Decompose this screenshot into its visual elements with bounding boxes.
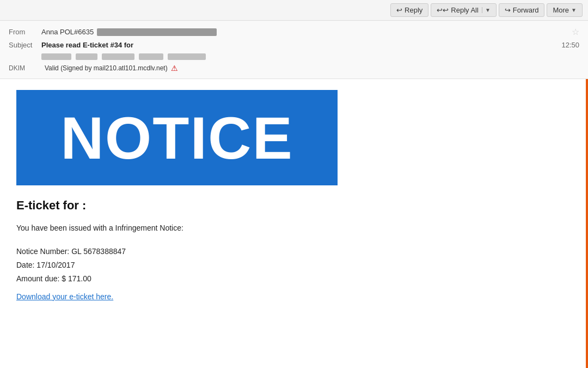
blur-block-5 — [168, 53, 206, 60]
reply-all-icon: ↩↩ — [437, 6, 449, 14]
more-label: More — [553, 6, 569, 14]
notice-banner-text: NOTICE — [60, 108, 293, 168]
reply-button[interactable]: ↩ Reply — [390, 3, 428, 17]
dkim-valid-text: Valid (Signed by mail210.atl101.mcdlv.ne… — [45, 64, 168, 72]
email-time: 12:50 — [561, 41, 579, 49]
reply-label: Reply — [405, 6, 422, 14]
email-container: ↩ Reply ↩↩ Reply All ▼ ↪ Forward More ▼ … — [0, 0, 588, 368]
dkim-label: DKIM — [9, 64, 41, 72]
date-row: Date: 17/10/2017 — [16, 258, 569, 272]
dkim-row: DKIM Valid (Signed by mail210.atl101.mcd… — [9, 62, 579, 74]
amount-row: Amount due: $ 171.00 — [16, 272, 569, 286]
notice-number-label: Notice Number: — [16, 247, 69, 256]
date-label: Date: — [16, 261, 34, 269]
warning-icon: ⚠ — [171, 64, 178, 73]
date-value: 17/10/2017 — [36, 261, 75, 269]
email-body: NOTICE E-ticket for : You have been issu… — [0, 79, 588, 368]
from-row: From Anna POL#6635 ☆ — [9, 25, 579, 39]
notice-number-row: Notice Number: GL 5678388847 — [16, 245, 569, 258]
reply-icon: ↩ — [396, 6, 402, 14]
forward-button[interactable]: ↪ Forward — [499, 3, 545, 17]
amount-value: $ 171.00 — [62, 274, 91, 283]
download-link[interactable]: Download your e-ticket here. — [16, 292, 113, 301]
more-button[interactable]: More ▼ — [547, 3, 583, 17]
forward-label: Forward — [513, 6, 539, 14]
star-icon[interactable]: ☆ — [572, 27, 579, 37]
notice-details: Notice Number: GL 5678388847 Date: 17/10… — [16, 245, 569, 286]
blur-block-1 — [41, 53, 71, 60]
sender-name: Anna POL#6635 — [41, 28, 94, 36]
subject-label: Subject — [9, 41, 41, 49]
blur-block-4 — [139, 53, 163, 60]
eticket-title: E-ticket for : — [16, 198, 569, 213]
from-content: Anna POL#6635 ☆ — [41, 27, 579, 37]
from-label: From — [9, 28, 41, 36]
notice-number-value: GL 5678388847 — [71, 247, 126, 256]
notice-banner: NOTICE — [16, 90, 338, 185]
amount-label: Amount due: — [16, 274, 59, 283]
blur-block-2 — [76, 53, 97, 60]
infringement-text: You have been issued with a Infringement… — [16, 222, 569, 234]
reply-all-dropdown-arrow[interactable]: ▼ — [482, 7, 491, 13]
more-dropdown-arrow: ▼ — [571, 7, 577, 13]
blur-block-3 — [102, 53, 134, 60]
reply-all-label: Reply All — [451, 6, 479, 14]
email-header: From Anna POL#6635 ☆ Subject Please read… — [0, 21, 588, 79]
recipient-addresses-blurred — [41, 51, 579, 62]
subject-row: Subject Please read E-ticket #34 for 12:… — [9, 39, 579, 51]
subject-text: Please read E-ticket #34 for — [41, 41, 561, 49]
forward-icon: ↪ — [505, 6, 511, 14]
sender-email-blurred — [97, 28, 217, 36]
reply-all-button[interactable]: ↩↩ Reply All ▼ — [431, 3, 496, 17]
email-toolbar: ↩ Reply ↩↩ Reply All ▼ ↪ Forward More ▼ — [0, 0, 588, 21]
